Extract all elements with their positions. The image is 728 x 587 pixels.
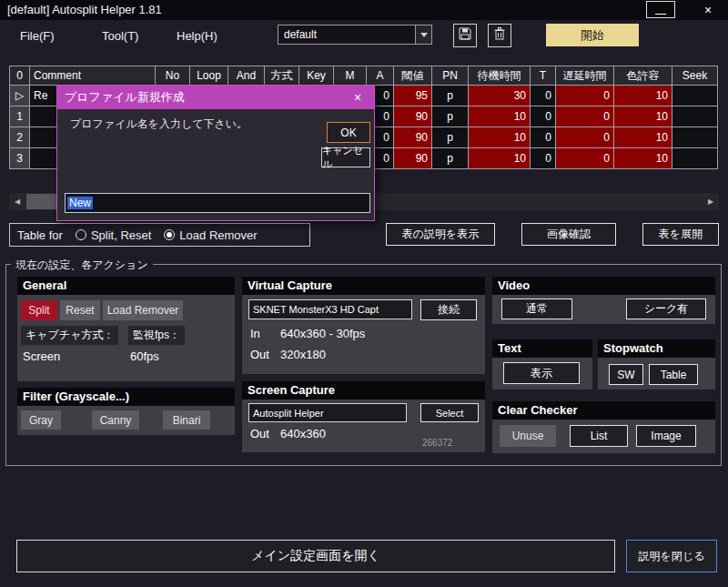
- dialog-titlebar[interactable]: プロファイル新規作成 ×: [57, 86, 374, 109]
- radio-load-remover[interactable]: [164, 229, 175, 240]
- list-button[interactable]: List: [570, 425, 628, 447]
- video-normal-button[interactable]: 通常: [501, 299, 572, 319]
- dialog-message: プロファイル名を入力して下さい。: [70, 116, 248, 132]
- split-button[interactable]: Split: [21, 300, 57, 320]
- gray-button[interactable]: Gray: [21, 410, 61, 430]
- stopwatch-table-button[interactable]: Table: [649, 364, 698, 385]
- load-remover-button[interactable]: Load Remover: [103, 300, 183, 320]
- header-wait: 待機時間: [469, 66, 531, 86]
- header-and: And: [228, 66, 265, 86]
- menu-file[interactable]: File(F): [20, 29, 55, 43]
- radio-split-reset[interactable]: [76, 229, 86, 240]
- scroll-left-icon[interactable]: ◀: [9, 193, 25, 210]
- trash-icon: [492, 26, 507, 45]
- cell-t[interactable]: 0: [531, 127, 556, 148]
- radio-load-remover-label[interactable]: Load Remover: [179, 228, 257, 242]
- header-method: 方式: [265, 66, 299, 86]
- cell-wait[interactable]: 10: [469, 127, 531, 148]
- video-panel: Video 通常 シーク有: [492, 277, 715, 324]
- cell-t[interactable]: 0: [531, 106, 556, 127]
- cell-wait[interactable]: 30: [469, 86, 531, 106]
- frame-counter: 266372: [422, 438, 452, 448]
- menu-tool[interactable]: Tool(T): [102, 29, 138, 43]
- capture-device-input[interactable]: SKNET MonsterX3 HD Capt: [248, 299, 412, 319]
- canny-button[interactable]: Canny: [92, 410, 139, 430]
- cell-delay[interactable]: 0: [556, 148, 614, 169]
- cell-seek[interactable]: [672, 86, 718, 106]
- cell-threshold[interactable]: 90: [394, 127, 432, 148]
- dialog-title: プロファイル新規作成: [65, 86, 185, 109]
- profile-name-input[interactable]: New: [65, 193, 370, 213]
- cell-threshold[interactable]: 90: [394, 106, 432, 127]
- cell-delay[interactable]: 0: [556, 106, 614, 127]
- radio-split-reset-label[interactable]: Split, Reset: [91, 228, 151, 242]
- text-show-button[interactable]: 表示: [503, 362, 580, 384]
- save-button[interactable]: [453, 24, 477, 47]
- general-panel-title: General: [17, 277, 235, 295]
- cell-pn[interactable]: p: [432, 106, 469, 127]
- cell-seek[interactable]: [672, 148, 718, 169]
- minimize-icon[interactable]: —: [646, 1, 675, 18]
- capture-target-input[interactable]: Autosplit Helper: [248, 403, 407, 422]
- out-label: Out: [250, 427, 269, 440]
- cell-wait[interactable]: 10: [469, 148, 531, 169]
- chevron-down-icon[interactable]: [415, 25, 431, 44]
- menu-help[interactable]: Help(H): [177, 29, 217, 43]
- start-button[interactable]: 開始: [546, 24, 639, 46]
- ok-button[interactable]: OK: [327, 122, 370, 143]
- cancel-button[interactable]: キャンセル: [321, 147, 370, 167]
- close-icon[interactable]: ×: [349, 86, 367, 109]
- settings-group-title: 現在の設定、各アクション: [11, 258, 153, 273]
- close-icon[interactable]: ×: [690, 0, 726, 20]
- cell-threshold[interactable]: 95: [394, 86, 432, 106]
- open-main-settings-button[interactable]: メイン設定画面を開く: [16, 540, 615, 572]
- cell-pn[interactable]: p: [432, 127, 469, 148]
- cell-color[interactable]: 10: [614, 86, 672, 106]
- row-selector[interactable]: 3: [10, 148, 30, 169]
- out-label: Out: [250, 348, 269, 361]
- show-table-desc-button[interactable]: 表の説明を表示: [386, 223, 495, 246]
- row-pointer-icon[interactable]: ▷: [10, 86, 30, 106]
- profile-dropdown[interactable]: default: [278, 25, 432, 45]
- unuse-button[interactable]: Unuse: [500, 425, 556, 447]
- header-key: Key: [299, 66, 334, 86]
- close-description-button[interactable]: 説明を閉じる: [626, 540, 717, 572]
- select-button[interactable]: Select: [420, 403, 479, 422]
- cell-delay[interactable]: 0: [556, 86, 614, 106]
- cell-wait[interactable]: 10: [469, 106, 531, 127]
- cell-pn[interactable]: p: [432, 148, 469, 169]
- window-titlebar[interactable]: [default] Autosplit Helper 1.81 — ×: [0, 0, 728, 20]
- connect-button[interactable]: 接続: [420, 299, 477, 320]
- reset-button[interactable]: Reset: [60, 300, 100, 320]
- row-selector[interactable]: 2: [10, 127, 30, 148]
- header-a: A: [367, 66, 394, 86]
- general-panel: General Split Reset Load Remover キャプチャ方式…: [17, 277, 235, 381]
- fps-label: 監視fps：: [128, 326, 185, 345]
- delete-button[interactable]: [488, 24, 511, 47]
- sw-button[interactable]: SW: [609, 364, 643, 385]
- image-button[interactable]: Image: [636, 425, 696, 447]
- row-selector[interactable]: 1: [10, 106, 30, 127]
- video-seek-button[interactable]: シーク有: [626, 299, 706, 319]
- table-header-row: 0 Comment No Loop And 方式 Key M A 閾値 PN 待…: [10, 66, 718, 86]
- cell-t[interactable]: 0: [531, 148, 556, 169]
- cell-delay[interactable]: 0: [556, 127, 614, 148]
- expand-table-button[interactable]: 表を展開: [642, 223, 719, 246]
- cell-seek[interactable]: [672, 127, 718, 148]
- cell-color[interactable]: 10: [614, 148, 672, 169]
- new-profile-dialog: プロファイル新規作成 × プロファイル名を入力して下さい。 OK キャンセル N…: [56, 85, 375, 221]
- cell-seek[interactable]: [672, 106, 718, 127]
- filter-panel-title: Filter (Grayscale...): [17, 388, 235, 406]
- video-panel-title: Video: [492, 277, 715, 295]
- cell-threshold[interactable]: 90: [394, 148, 432, 169]
- table-for-group: Table for Split, Reset Load Remover: [9, 223, 310, 247]
- cell-t[interactable]: 0: [531, 86, 556, 106]
- text-panel-title: Text: [492, 339, 592, 358]
- cell-color[interactable]: 10: [614, 127, 672, 148]
- binari-button[interactable]: Binari: [163, 410, 210, 430]
- scroll-right-icon[interactable]: ▶: [703, 193, 719, 210]
- header-m: M: [334, 66, 367, 86]
- cell-pn[interactable]: p: [432, 86, 469, 106]
- image-check-button[interactable]: 画像確認: [521, 223, 616, 246]
- cell-color[interactable]: 10: [614, 106, 672, 127]
